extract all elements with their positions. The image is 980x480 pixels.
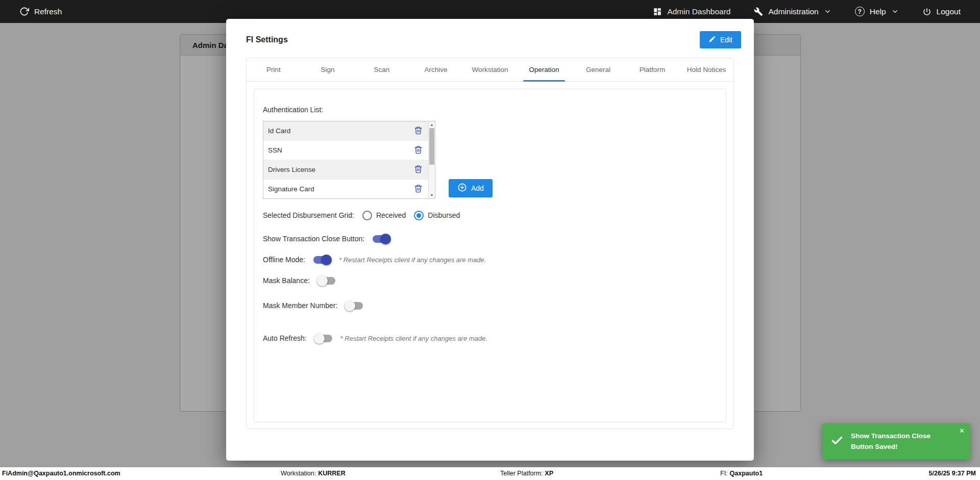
admin-dashboard-nav[interactable]: Admin Dashboard [653, 7, 730, 16]
fi-settings-dialog: FI Settings Edit Print Sign Scan Archive… [226, 19, 754, 461]
status-user: FiAdmin@Qaxpauto1.onmicrosoft.com [2, 470, 120, 477]
toggle-label: Offline Mode: [263, 256, 305, 264]
edit-button[interactable]: Edit [700, 31, 741, 48]
toggle-label: Mask Balance: [263, 276, 310, 285]
radio-unselected-icon[interactable] [362, 211, 372, 220]
radio-option-received[interactable]: Received [362, 211, 406, 220]
operation-tab-panel: Authentication List: Id Card SSN [254, 89, 726, 422]
pencil-icon [708, 35, 716, 44]
dashboard-icon [653, 7, 662, 16]
save-success-toast: Show Transaction Close Button Saved! ✕ [822, 423, 970, 460]
authentication-list-label: Authentication List: [263, 106, 323, 114]
list-item[interactable]: SSN [263, 141, 428, 160]
add-button[interactable]: Add [449, 179, 493, 197]
tab-label: Sign [321, 66, 334, 73]
dialog-header: FI Settings Edit [226, 19, 754, 55]
toggle-label: Show Transaction Close Button: [263, 235, 364, 243]
tab-label: Platform [640, 66, 665, 73]
dialog-title: FI Settings [246, 35, 288, 44]
offline-mode-row: Offline Mode: * Restart Receipts client … [263, 253, 486, 266]
mask-member-number-toggle[interactable] [346, 302, 363, 310]
delete-item-button[interactable] [412, 144, 424, 157]
auto-refresh-row: Auto Refresh: * Restart Receipts client … [263, 332, 487, 345]
radio-label: Disbursed [428, 211, 460, 219]
offline-mode-toggle[interactable] [313, 256, 331, 264]
administration-menu[interactable]: Administration [754, 7, 831, 16]
authentication-list-rows: Id Card SSN Drivers License [263, 121, 428, 198]
admin-dashboard-label: Admin Dashboard [667, 7, 730, 16]
teller-platform-label: Teller Platform: [500, 470, 543, 477]
radio-label: Received [376, 211, 406, 219]
trash-icon [414, 184, 423, 194]
tab-label: Print [266, 66, 281, 73]
tab-sign[interactable]: Sign [301, 58, 355, 81]
scrollbar-thumb[interactable] [429, 128, 434, 165]
teller-platform-value: XP [545, 470, 553, 477]
scroll-down-arrow-icon[interactable] [429, 192, 435, 198]
workstation-value: KURRER [318, 470, 345, 477]
tab-label: Operation [529, 66, 559, 73]
tab-bar: Print Sign Scan Archive Workstation Oper… [247, 58, 733, 82]
plus-circle-icon [457, 183, 467, 194]
fi-label: FI: [720, 470, 728, 477]
toggle-label: Mask Member Number: [263, 301, 337, 310]
help-menu[interactable]: Help [855, 7, 899, 16]
show-transaction-close-toggle[interactable] [373, 235, 390, 243]
administration-label: Administration [768, 7, 818, 16]
tab-label: Workstation [472, 66, 508, 73]
authentication-listbox: Id Card SSN Drivers License [263, 121, 435, 199]
chevron-down-icon [824, 8, 831, 15]
list-item[interactable]: Signature Card [263, 180, 428, 199]
delete-item-button[interactable] [412, 125, 424, 137]
trash-icon [414, 126, 423, 136]
status-teller-platform: Teller Platform:XP [500, 470, 553, 477]
tab-hold-notices[interactable]: Hold Notices [679, 58, 733, 81]
fi-value: Qaxpauto1 [730, 470, 763, 477]
delete-item-button[interactable] [412, 164, 424, 176]
status-fi: FI:Qaxpauto1 [720, 470, 763, 477]
show-transaction-close-row: Show Transaction Close Button: [263, 232, 390, 245]
mask-balance-toggle[interactable] [318, 277, 335, 285]
toggle-knob [380, 234, 391, 244]
settings-tabs-card: Print Sign Scan Archive Workstation Oper… [246, 58, 734, 429]
tab-operation[interactable]: Operation [517, 58, 571, 81]
radio-selected-icon[interactable] [414, 211, 424, 220]
status-bar: FiAdmin@Qaxpauto1.onmicrosoft.com Workst… [0, 467, 980, 480]
tab-scan[interactable]: Scan [355, 58, 409, 81]
auto-refresh-toggle[interactable] [315, 335, 332, 342]
edit-button-label: Edit [720, 36, 732, 44]
tab-workstation[interactable]: Workstation [463, 58, 517, 81]
list-item[interactable]: Id Card [263, 121, 428, 141]
refresh-button[interactable]: Refresh [19, 7, 62, 16]
toast-message: Show Transaction Close Button Saved! [851, 431, 946, 452]
help-label: Help [870, 7, 886, 16]
toggle-knob [317, 275, 328, 286]
trash-icon [414, 145, 423, 156]
radio-option-disbursed[interactable]: Disbursed [414, 211, 460, 220]
tab-label: General [586, 66, 610, 73]
refresh-label: Refresh [34, 7, 62, 16]
logout-button[interactable]: Logout [922, 7, 961, 16]
list-item-label: Signature Card [268, 185, 314, 193]
disbursement-grid-label: Selected Disbursement Grid: [263, 211, 354, 219]
tab-archive[interactable]: Archive [409, 58, 463, 81]
list-item-label: Id Card [268, 127, 290, 135]
tab-general[interactable]: General [571, 58, 625, 81]
tab-label: Archive [424, 66, 447, 73]
restart-note: * Restart Receipts client if any changes… [339, 256, 486, 264]
disbursement-grid-row: Selected Disbursement Grid: Received Dis… [263, 209, 460, 222]
tab-platform[interactable]: Platform [625, 58, 679, 81]
toggle-label: Auto Refresh: [263, 334, 307, 342]
restart-note: * Restart Receipts client if any changes… [340, 335, 487, 342]
power-icon [922, 7, 932, 16]
scroll-up-arrow-icon[interactable] [429, 121, 435, 128]
list-item[interactable]: Drivers License [263, 160, 428, 180]
list-item-label: SSN [268, 146, 282, 154]
toggle-knob [314, 333, 325, 344]
mask-balance-row: Mask Balance: [263, 274, 335, 287]
list-scrollbar[interactable] [428, 121, 435, 198]
tab-print[interactable]: Print [247, 58, 301, 81]
delete-item-button[interactable] [412, 183, 424, 195]
list-item-label: Drivers License [268, 166, 315, 173]
toast-close-button[interactable]: ✕ [959, 427, 965, 435]
